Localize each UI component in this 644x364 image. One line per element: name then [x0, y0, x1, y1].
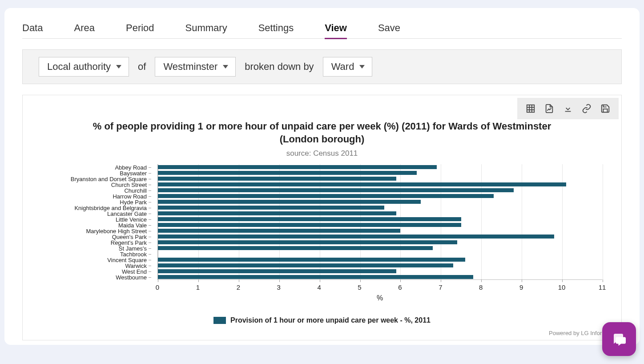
chart-toolbar [517, 98, 619, 119]
tab-summary[interactable]: Summary [185, 22, 227, 34]
bar[interactable] [158, 240, 457, 244]
x-tick-label: 10 [558, 283, 566, 291]
level-select[interactable]: Local authority [39, 57, 129, 77]
bar[interactable] [158, 229, 400, 233]
download-icon[interactable] [562, 102, 574, 115]
legend: Provision of 1 hour or more unpaid care … [23, 316, 621, 324]
tab-save[interactable]: Save [378, 22, 400, 34]
gridline [603, 164, 603, 282]
x-tick-label: 9 [519, 283, 523, 291]
bar[interactable] [158, 211, 396, 215]
bar[interactable] [158, 263, 453, 267]
chevron-down-icon [359, 65, 365, 69]
bar[interactable] [158, 275, 473, 279]
tab-view[interactable]: View [325, 22, 347, 34]
x-tick-label: 6 [398, 283, 402, 291]
chevron-down-icon [223, 65, 228, 69]
chart-panel: % of people providing 1 or more hour of … [22, 95, 622, 340]
bar[interactable] [158, 223, 461, 227]
area-select-label: Westminster [163, 61, 217, 73]
bar[interactable] [158, 171, 417, 175]
x-axis-title: % [157, 294, 602, 302]
x-tick-label: 11 [599, 283, 606, 291]
chat-widget[interactable] [602, 322, 636, 345]
plot-area: Abbey RoadBayswaterBryanston and Dorset … [37, 164, 607, 298]
link-icon[interactable] [580, 102, 593, 115]
bar[interactable] [158, 235, 554, 239]
of-text: of [138, 61, 146, 73]
y-tick-label: Westbourne [116, 274, 147, 280]
bar[interactable] [158, 182, 566, 186]
tab-period[interactable]: Period [126, 22, 154, 34]
bar[interactable] [158, 200, 421, 204]
area-select[interactable]: Westminster [155, 57, 236, 77]
tab-settings[interactable]: Settings [258, 22, 294, 34]
gridline [522, 164, 522, 282]
tab-bar: DataAreaPeriodSummarySettingsViewSave [22, 22, 622, 39]
x-tick-label: 0 [156, 283, 159, 291]
legend-swatch [213, 317, 226, 324]
bar[interactable] [158, 246, 433, 250]
gridline [481, 164, 482, 282]
bar[interactable] [158, 194, 494, 198]
bar[interactable] [158, 217, 461, 221]
unit-select[interactable]: Ward [323, 57, 373, 77]
x-tick-label: 5 [358, 283, 361, 291]
x-tick-label: 7 [439, 283, 442, 291]
table-icon[interactable] [524, 102, 537, 115]
x-tick-label: 4 [317, 283, 321, 291]
x-tick-label: 8 [479, 283, 483, 291]
main-card: DataAreaPeriodSummarySettingsViewSave Lo… [4, 8, 640, 345]
chevron-down-icon [116, 65, 121, 69]
x-tick-label: 1 [196, 283, 200, 291]
legend-label: Provision of 1 hour or more unpaid care … [230, 316, 431, 324]
breakdown-text: broken down by [245, 61, 314, 73]
gridline [562, 164, 563, 282]
image-export-icon[interactable] [543, 102, 555, 115]
bar[interactable] [158, 258, 465, 262]
bar[interactable] [158, 165, 437, 169]
powered-by: Powered by LG Inform Plus [23, 330, 621, 340]
unit-select-label: Ward [331, 61, 354, 73]
bar[interactable] [158, 269, 396, 273]
bar[interactable] [158, 206, 384, 210]
chart-subtitle: source: Census 2011 [23, 149, 621, 158]
svg-rect-0 [527, 105, 535, 113]
x-tick-label: 2 [237, 283, 240, 291]
tab-data[interactable]: Data [22, 22, 43, 34]
level-select-label: Local authority [47, 61, 111, 73]
tab-area[interactable]: Area [74, 22, 94, 34]
filter-bar: Local authority of Westminster broken do… [22, 49, 622, 84]
bar[interactable] [158, 188, 514, 192]
x-tick-label: 3 [277, 283, 281, 291]
save-icon[interactable] [599, 102, 612, 115]
bar[interactable] [158, 177, 396, 181]
